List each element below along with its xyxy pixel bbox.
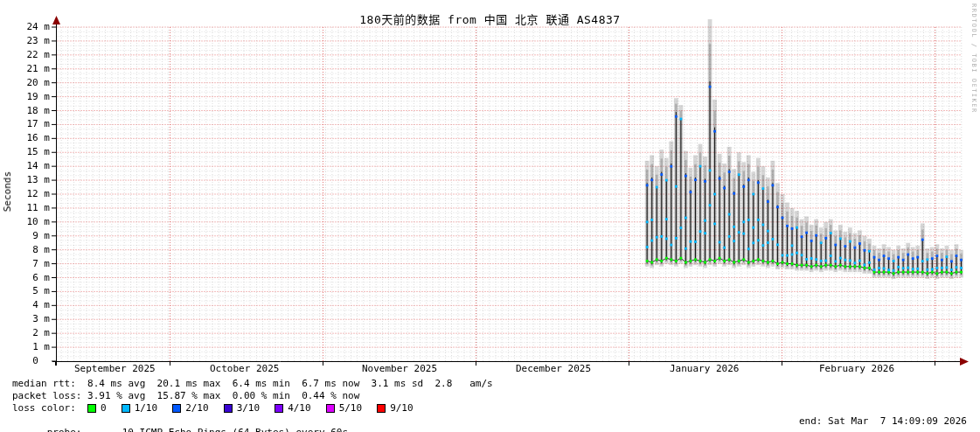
y-tick-label: 19 m <box>0 91 50 103</box>
loss-legend-item: 5/10 <box>326 402 363 415</box>
loss-legend-item: 0 <box>87 402 107 415</box>
y-tick-label: 11 m <box>0 202 50 214</box>
y-tick-label: 2 m <box>0 327 50 339</box>
y-tick-label: 6 m <box>0 272 50 284</box>
y-tick-label: 1 m <box>0 341 50 353</box>
median-rtt-stats: median rtt: 8.4 ms avg 20.1 ms max 6.4 m… <box>12 378 493 390</box>
y-tick-label: 22 m <box>0 49 50 61</box>
chart-title: 180天前的数据 from 中国 北京 联通 AS4837 <box>0 10 980 27</box>
loss-legend-item: 9/10 <box>377 402 414 415</box>
y-tick-label: 8 m <box>0 244 50 256</box>
y-tick-label: 18 m <box>0 105 50 117</box>
x-axis-month-label: September 2025 <box>74 363 156 374</box>
y-tick-label: 4 m <box>0 299 50 311</box>
probe-label: probe: <box>47 427 122 432</box>
loss-legend-text: 3/10 <box>237 402 261 415</box>
end-timestamp: end: Sat Mar 7 14:09:09 2026 <box>799 415 967 427</box>
probe-text: 10 ICMP Echo Pings (64 Bytes) every 60s <box>122 427 348 432</box>
x-axis-month-label: January 2026 <box>670 363 739 374</box>
rrdtool-watermark: RRDTOOL / TOBI OETIKER <box>970 3 977 114</box>
loss-legend-text: 9/10 <box>390 402 414 415</box>
loss-color-swatch <box>224 404 233 413</box>
loss-legend-text: 2/10 <box>185 402 209 415</box>
y-tick-label: 9 m <box>0 230 50 242</box>
loss-legend-item: 1/10 <box>122 402 158 415</box>
x-axis-month-label: October 2025 <box>210 363 279 374</box>
y-tick-label: 14 m <box>0 160 50 172</box>
x-axis-month-label: November 2025 <box>362 363 437 374</box>
loss-legend-item: 4/10 <box>275 402 311 415</box>
packet-loss-stats: packet loss: 3.91 % avg 15.87 % max 0.00… <box>12 390 493 402</box>
loss-color-swatch <box>377 404 386 413</box>
loss-color-label: loss color: <box>12 402 87 415</box>
y-tick-label: 13 m <box>0 174 50 186</box>
x-axis-month-label: December 2025 <box>516 363 591 374</box>
loss-legend-text: 0 <box>101 402 107 415</box>
loss-color-swatch <box>87 404 96 413</box>
y-tick-label: 21 m <box>0 63 50 75</box>
loss-color-swatch <box>275 404 283 413</box>
loss-color-swatch <box>326 404 335 413</box>
y-tick-label: 0 <box>0 355 50 367</box>
loss-legend-text: 4/10 <box>288 402 311 415</box>
y-tick-label: 3 m <box>0 313 50 325</box>
loss-legend-text: 1/10 <box>135 402 158 415</box>
y-tick-label: 10 m <box>0 216 50 228</box>
y-tick-label: 23 m <box>0 35 50 47</box>
smokeping-latency-graph: 180天前的数据 from 中国 北京 联通 AS4837 Seconds RR… <box>0 0 980 432</box>
x-axis-month-label: February 2026 <box>819 363 894 374</box>
y-tick-label: 20 m <box>0 77 50 89</box>
y-tick-label: 15 m <box>0 146 50 158</box>
y-tick-label: 24 m <box>0 21 50 33</box>
probe-info: probe:10 ICMP Echo Pings (64 Bytes) ever… <box>12 415 493 427</box>
loss-color-legend: loss color: 0 1/10 2/10 3/10 4/10 5/10 9… <box>12 402 493 415</box>
y-tick-label: 17 m <box>0 118 50 130</box>
legend-stats-block: median rtt: 8.4 ms avg 20.1 ms max 6.4 m… <box>12 378 493 427</box>
y-tick-label: 16 m <box>0 132 50 144</box>
loss-legend-item: 2/10 <box>172 402 209 415</box>
loss-legend-item: 3/10 <box>224 402 261 415</box>
y-tick-label: 7 m <box>0 258 50 270</box>
loss-legend-text: 5/10 <box>339 402 363 415</box>
loss-color-swatch <box>172 404 181 413</box>
y-tick-label: 5 m <box>0 285 50 297</box>
loss-color-swatch <box>122 404 130 413</box>
y-tick-label: 12 m <box>0 188 50 200</box>
